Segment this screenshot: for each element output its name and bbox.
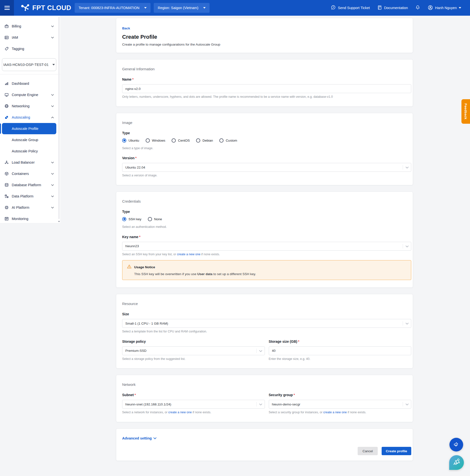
page-subtitle: Create a profile to manage configuaratio…: [122, 43, 407, 46]
sidebar-item-compute-engine[interactable]: Compute Engine: [2, 89, 56, 101]
version-select-value: Ubuntu 22.04: [125, 166, 145, 169]
support-chat-icon: ?: [331, 5, 336, 11]
region-label: Region: Saigon (Vietnam): [158, 6, 198, 10]
security-group-select[interactable]: hieunn-demo-secgr: [269, 400, 411, 409]
radio-custom[interactable]: Custom: [219, 138, 237, 143]
user-menu[interactable]: Hanh Nguyen: [428, 5, 461, 11]
key-name-select[interactable]: hieunn23: [122, 242, 411, 251]
chevron-down-icon: [51, 207, 54, 208]
create-new-subnet-link[interactable]: create a new one: [168, 411, 192, 414]
image-type-help-text: Select a type of image.: [122, 147, 411, 151]
radio-ubuntu[interactable]: Ubuntu: [122, 138, 139, 143]
sidebar-item-monitoring[interactable]: Monitoring: [2, 213, 56, 224]
feedback-tab[interactable]: Feedback: [461, 99, 470, 124]
sidebar-item-autoscale-group[interactable]: Autoscale Group: [2, 134, 56, 146]
chevron-down-icon: [51, 25, 54, 27]
sidebar-item-database-platform[interactable]: Database Platform: [2, 179, 56, 191]
security-group-label: Security group*: [269, 393, 411, 397]
usage-notice: Usage Notice This SSH key will be overwr…: [122, 260, 411, 280]
notifications-button[interactable]: [415, 5, 420, 11]
page-header-card: Back Create Profile Create a profile to …: [116, 18, 413, 53]
create-profile-button[interactable]: Create profile: [382, 447, 411, 455]
required-mark: *: [134, 393, 136, 397]
documentation-link[interactable]: Documentation: [377, 5, 408, 11]
ai-assistant-button[interactable]: AI: [449, 455, 464, 470]
sidebar: Billing IAM Tagging: [0, 16, 60, 223]
storage-policy-label: Storage policy: [122, 340, 265, 343]
chevron-down-icon: [153, 437, 156, 439]
key-name-select-value: hieunn23: [125, 244, 139, 248]
select-divider: [403, 244, 403, 248]
radio-ssh-key[interactable]: SSH key: [122, 217, 142, 221]
radio-none[interactable]: None: [148, 217, 162, 221]
radio-icon: [196, 138, 200, 143]
billing-icon: [4, 24, 9, 28]
sidebar-item-autoscaling[interactable]: Autoscaling: [2, 112, 56, 123]
svg-text:?: ?: [333, 6, 334, 9]
sidebar-item-load-balancer[interactable]: Load Balancer: [2, 157, 56, 168]
sidebar-item-containers[interactable]: Containers: [2, 168, 56, 179]
sidebar-item-label: Autoscale Profile: [12, 127, 38, 131]
storage-policy-select[interactable]: Premium-SSD: [122, 346, 265, 355]
create-new-key-link[interactable]: create a new one: [177, 253, 200, 256]
brand-name: FPT CLOUD: [32, 4, 71, 12]
chevron-down-icon: [406, 323, 408, 324]
chevron-down-icon: [51, 162, 54, 163]
sidebar-scrollbar[interactable]: [58, 17, 60, 219]
storage-size-label: Storage size (GB)*: [269, 340, 411, 343]
radio-centos[interactable]: CentOS: [172, 138, 190, 143]
image-type-label: Type: [122, 131, 411, 135]
support-ticket-link[interactable]: ? Send Support Ticket: [331, 5, 370, 11]
chevron-down-icon: [259, 404, 262, 406]
section-heading: Resource: [122, 302, 411, 306]
back-link[interactable]: Back: [122, 26, 130, 30]
size-select[interactable]: Small-1 (1 CPU - 1 GB RAM): [122, 319, 411, 328]
subnet-select-value: hieunn-snet (192.168.110.1/24): [125, 403, 171, 406]
sidebar-item-iam[interactable]: IAM: [2, 32, 56, 43]
monitoring-icon: [4, 217, 9, 221]
create-new-secgroup-link[interactable]: create a new one: [323, 411, 347, 414]
form-actions: Cancel Create profile: [122, 447, 411, 455]
subnet-select[interactable]: hieunn-snet (192.168.110.1/24): [122, 400, 265, 409]
sidebar-item-autoscale-profile[interactable]: Autoscale Profile: [2, 123, 56, 134]
sidebar-item-billing[interactable]: Billing: [2, 21, 56, 32]
tenant-selector[interactable]: Tenant: 000823-INFRA-AUTOMATION: [75, 3, 150, 13]
brand-logo: FPT CLOUD: [20, 2, 71, 13]
advanced-setting-toggle[interactable]: Advanced setting: [122, 436, 156, 440]
menu-button[interactable]: [0, 0, 14, 16]
network-section: Network Subnet* hieunn-snet (192.168.110…: [116, 375, 413, 422]
sidebar-item-label: Billing: [12, 24, 21, 28]
sidebar-item-dashboard[interactable]: Dashboard: [2, 78, 56, 89]
megaphone-icon: [453, 441, 460, 449]
sidebar-item-label: Autoscale Group: [12, 138, 38, 142]
name-input[interactable]: [122, 84, 411, 93]
cancel-button[interactable]: Cancel: [358, 447, 378, 455]
usage-notice-body: This SSH key will be overwritten if you …: [134, 272, 407, 276]
sidebar-divider: [0, 74, 60, 74]
sidebar-item-tagging[interactable]: Tagging: [2, 43, 56, 54]
region-selector[interactable]: Region: Saigon (Vietnam): [154, 3, 210, 13]
project-selector[interactable]: IAAS-HCM10-OSP-TEST-01: [2, 58, 56, 71]
version-select[interactable]: Ubuntu 22.04: [122, 163, 411, 172]
sidebar-item-networking[interactable]: Networking: [2, 101, 56, 112]
chevron-down-icon: [52, 64, 55, 65]
storage-size-input[interactable]: [269, 346, 411, 355]
radio-windows[interactable]: Windows: [146, 138, 165, 143]
sidebar-item-ai-platform[interactable]: AI AI Platform: [2, 202, 56, 213]
select-divider: [403, 402, 403, 407]
name-label: Name*: [122, 77, 411, 81]
scroll-down-arrow-icon[interactable]: [58, 221, 60, 222]
chevron-down-icon: [51, 195, 54, 197]
radio-debian[interactable]: Debian: [196, 138, 213, 143]
advanced-setting-section: Advanced setting Cancel Create profile: [116, 428, 413, 461]
usage-notice-title: Usage Notice: [134, 265, 155, 269]
required-mark: *: [298, 340, 299, 343]
svg-text:AI: AI: [453, 462, 457, 465]
announcements-button[interactable]: [449, 438, 463, 452]
sidebar-item-autoscale-policy[interactable]: Autoscale Policy: [2, 146, 56, 157]
storage-size-help-text: Enter the storage size, e.g. 40.: [269, 357, 411, 361]
sidebar-item-data-platform[interactable]: Data Platform: [2, 191, 56, 202]
size-label: Size: [122, 312, 411, 316]
page: FPT CLOUD Tenant: 000823-INFRA-AUTOMATIO…: [0, 0, 470, 476]
chevron-down-icon: [406, 404, 408, 406]
